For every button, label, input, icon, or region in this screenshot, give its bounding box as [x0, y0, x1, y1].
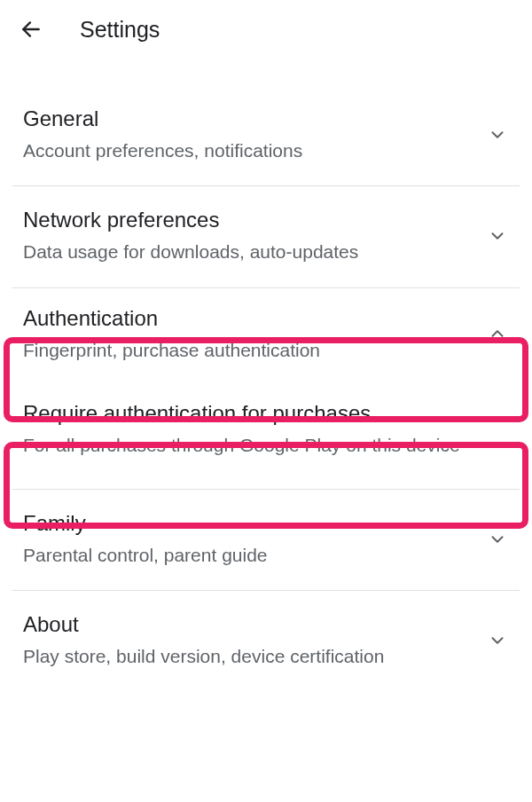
section-title: General — [23, 106, 477, 131]
back-arrow-icon[interactable] — [18, 16, 44, 43]
section-family[interactable]: Family Parental control, parent guide — [0, 490, 532, 590]
section-title: About — [23, 612, 477, 637]
section-authentication[interactable]: Authentication Fingerprint, purchase aut… — [0, 288, 532, 381]
chevron-down-icon — [486, 224, 509, 248]
section-subtitle: Data usage for downloads, auto-updates — [23, 240, 477, 263]
section-network[interactable]: Network preferences Data usage for downl… — [0, 186, 532, 287]
section-subtitle: Account preferences, notifications — [23, 138, 477, 162]
section-general[interactable]: General Account preferences, notificatio… — [0, 85, 532, 185]
section-title: Require authentication for purchases — [23, 401, 509, 426]
page-title: Settings — [80, 17, 160, 43]
section-subtitle: For all purchases through Google Play on… — [23, 433, 509, 457]
section-title: Network preferences — [23, 208, 477, 232]
section-title: Authentication — [23, 306, 477, 331]
section-title: Family — [23, 511, 477, 536]
section-require-auth[interactable]: Require authentication for purchases For… — [0, 381, 532, 480]
chevron-down-icon — [486, 123, 509, 146]
chevron-up-icon — [486, 322, 509, 345]
settings-list: General Account preferences, notificatio… — [0, 59, 532, 692]
section-subtitle: Play store, build version, device certif… — [23, 644, 477, 668]
section-subtitle: Parental control, parent guide — [23, 543, 477, 567]
section-subtitle: Fingerprint, purchase authentication — [23, 338, 477, 362]
chevron-down-icon — [486, 528, 509, 551]
chevron-down-icon — [486, 629, 509, 652]
header: Settings — [0, 0, 532, 59]
section-about[interactable]: About Play store, build version, device … — [0, 591, 532, 691]
